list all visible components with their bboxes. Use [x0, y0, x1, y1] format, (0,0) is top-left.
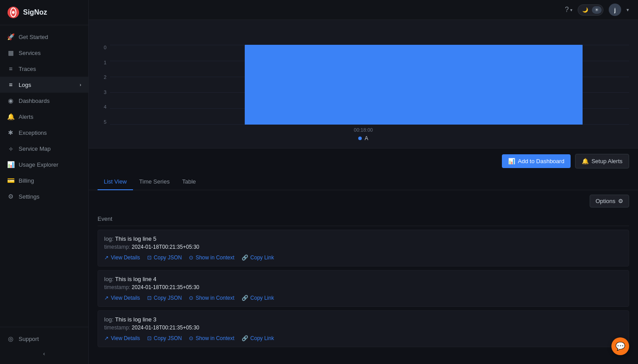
copy-link-button-1[interactable]: 🔗 Copy Link	[242, 254, 274, 261]
main-content: ? ▾ 🌙 ☀ j ▾ 5 4 3 2 1 0	[89, 0, 638, 364]
sidebar-item-support[interactable]: ◎ Support	[0, 331, 88, 347]
chat-bubble-button[interactable]: 💬	[611, 337, 629, 355]
sidebar-item-label-exceptions: Exceptions	[19, 129, 47, 136]
copy-link-icon-2: 🔗	[242, 295, 248, 301]
usage-explorer-nav-icon: 📊	[7, 161, 14, 168]
sidebar-nav: 🚀 Get Started ▦ Services ≡ Traces ≡ Logs…	[0, 25, 88, 327]
sidebar-item-label-service-map: Service Map	[19, 145, 51, 152]
show-in-context-label-3: Show in Context	[196, 335, 234, 341]
copy-json-button-1[interactable]: ⊡ Copy JSON	[147, 254, 182, 261]
view-details-button-1[interactable]: ↗ View Details	[104, 254, 140, 261]
tab-time-series[interactable]: Time Series	[133, 174, 176, 190]
show-in-context-button-3[interactable]: ⊙ Show in Context	[189, 335, 234, 341]
copy-link-button-2[interactable]: 🔗 Copy Link	[242, 295, 274, 301]
legend-dot	[358, 137, 362, 140]
services-nav-icon: ▦	[7, 49, 14, 56]
log-value-1: This is log line 5	[115, 235, 157, 242]
show-in-context-label-1: Show in Context	[196, 254, 234, 261]
sidebar-bottom: ◎ Support ‹	[0, 327, 88, 364]
sidebar-item-label-dashboards: Dashboards	[19, 98, 50, 104]
sidebar-item-alerts[interactable]: 🔔 Alerts	[0, 109, 88, 125]
dashboards-nav-icon: ◉	[7, 97, 14, 104]
sidebar-item-usage-explorer[interactable]: 📊 Usage Explorer	[0, 157, 88, 172]
view-details-button-2[interactable]: ↗ View Details	[104, 295, 140, 301]
show-in-context-button-1[interactable]: ⊙ Show in Context	[189, 254, 234, 261]
sidebar-item-get-started[interactable]: 🚀 Get Started	[0, 29, 88, 45]
show-in-context-button-2[interactable]: ⊙ Show in Context	[189, 295, 234, 301]
sidebar-item-label-billing: Billing	[19, 177, 34, 184]
copy-link-label-3: Copy Link	[251, 335, 274, 341]
tabs-row: List View Time Series Table	[89, 174, 638, 190]
chat-icon: 💬	[615, 341, 625, 351]
sidebar-item-settings[interactable]: ⚙ Settings	[0, 188, 88, 204]
ts-value-2: 2024-01-18T00:21:35+05:30	[132, 284, 199, 290]
copy-json-icon-1: ⊡	[147, 254, 152, 261]
sidebar-item-logs[interactable]: ≡ Logs ›	[0, 77, 88, 93]
sidebar-collapse-button[interactable]: ‹	[0, 347, 88, 360]
exceptions-nav-icon: ✱	[7, 129, 14, 136]
chart-y-axis: 5 4 3 2 1 0	[98, 45, 106, 125]
event-timestamp-2: timestamp: 2024-01-18T00:21:35+05:30	[104, 284, 622, 290]
event-item-3: log: This is log line 3 timestamp: 2024-…	[98, 310, 629, 347]
copy-json-button-3[interactable]: ⊡ Copy JSON	[147, 335, 182, 341]
avatar[interactable]: j	[609, 4, 621, 16]
event-actions-1: ↗ View Details ⊡ Copy JSON ⊙ Show in Con…	[104, 254, 622, 261]
view-details-button-3[interactable]: ↗ View Details	[104, 335, 140, 341]
support-icon: ◎	[7, 335, 14, 342]
chart-bar-fill	[245, 45, 582, 125]
copy-link-button-3[interactable]: 🔗 Copy Link	[242, 335, 274, 341]
sidebar: SigNoz 🚀 Get Started ▦ Services ≡ Traces…	[0, 0, 89, 364]
tab-table[interactable]: Table	[176, 174, 202, 190]
sidebar-logo: SigNoz	[0, 0, 88, 25]
sidebar-item-services[interactable]: ▦ Services	[0, 45, 88, 61]
log-label-1: log:	[104, 235, 115, 242]
event-list: Event log: This is log line 5 timestamp:…	[89, 212, 638, 364]
ts-label-1: timestamp:	[104, 244, 130, 250]
avatar-chevron[interactable]: ▾	[626, 7, 629, 13]
theme-toggle[interactable]: 🌙 ☀	[578, 4, 603, 16]
theme-light: ☀	[592, 6, 602, 14]
copy-json-label-2: Copy JSON	[154, 295, 182, 301]
sidebar-item-dashboards[interactable]: ◉ Dashboards	[0, 93, 88, 109]
billing-nav-icon: 💳	[7, 177, 14, 184]
bell-icon: 🔔	[582, 158, 589, 164]
event-timestamp-3: timestamp: 2024-01-18T00:21:35+05:30	[104, 325, 622, 331]
chart-legend: A	[98, 135, 629, 141]
copy-json-label-3: Copy JSON	[154, 335, 182, 341]
app-name: SigNoz	[23, 8, 47, 16]
options-row: Options ⚙	[89, 190, 638, 212]
event-list-header: Event	[98, 212, 629, 226]
copy-link-icon-1: 🔗	[242, 254, 248, 261]
options-button[interactable]: Options ⚙	[590, 195, 629, 207]
logs-nav-icon: ≡	[7, 81, 14, 88]
help-button[interactable]: ? ▾	[565, 6, 572, 14]
view-details-icon-2: ↗	[104, 295, 109, 301]
sidebar-item-label-traces: Traces	[19, 66, 36, 72]
sidebar-item-exceptions[interactable]: ✱ Exceptions	[0, 125, 88, 141]
dashboard-icon: 📊	[508, 158, 515, 164]
ts-value-3: 2024-01-18T00:21:35+05:30	[132, 325, 199, 331]
copy-link-icon-3: 🔗	[242, 335, 248, 341]
log-value-3: This is log line 3	[115, 316, 157, 323]
sidebar-item-label-settings: Settings	[19, 193, 39, 200]
sidebar-item-billing[interactable]: 💳 Billing	[0, 172, 88, 188]
tab-table-label: Table	[182, 178, 196, 185]
y-label-1: 1	[98, 60, 106, 65]
add-to-dashboard-button[interactable]: 📊 Add to Dashboard	[502, 154, 571, 168]
ts-label-3: timestamp:	[104, 325, 130, 331]
setup-alerts-button[interactable]: 🔔 Setup Alerts	[575, 154, 629, 168]
tab-list-view[interactable]: List View	[98, 174, 133, 190]
options-gear-icon: ⚙	[618, 198, 623, 204]
top-bar: ? ▾ 🌙 ☀ j ▾	[89, 0, 638, 20]
sidebar-item-service-map[interactable]: ⟡ Service Map	[0, 141, 88, 157]
event-timestamp-1: timestamp: 2024-01-18T00:21:35+05:30	[104, 244, 622, 250]
view-details-label-1: View Details	[111, 254, 140, 261]
logs-chevron: ›	[80, 82, 81, 87]
copy-json-icon-2: ⊡	[147, 295, 152, 301]
event-log-line-2: log: This is log line 4	[104, 276, 622, 282]
theme-dark: 🌙	[579, 6, 591, 14]
copy-json-button-2[interactable]: ⊡ Copy JSON	[147, 295, 182, 301]
sidebar-item-traces[interactable]: ≡ Traces	[0, 61, 88, 77]
sidebar-item-label-services: Services	[19, 50, 41, 56]
toolbar: 📊 Add to Dashboard 🔔 Setup Alerts	[89, 149, 638, 174]
